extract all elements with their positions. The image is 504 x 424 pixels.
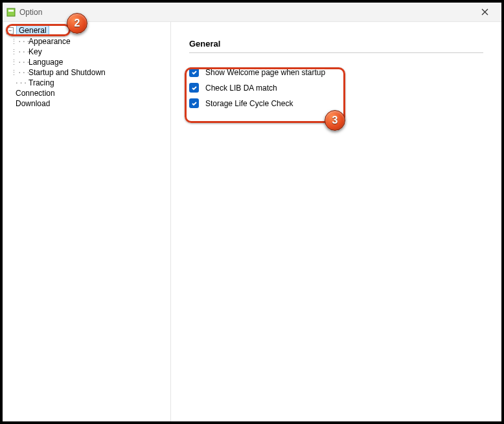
tree-label: Language	[29, 58, 63, 67]
tree-branch-icon: ⋮···	[10, 69, 29, 77]
tree-item-general[interactable]: − General	[5, 25, 168, 36]
close-icon	[481, 8, 488, 16]
option-check-libda[interactable]: Check LIB DA match	[189, 83, 483, 93]
collapse-icon[interactable]: −	[6, 27, 14, 34]
tree-branch-icon: ⋮···	[10, 58, 29, 67]
svg-rect-1	[8, 10, 14, 12]
option-storage-life[interactable]: Storage Life Cycle Check	[189, 98, 483, 108]
close-button[interactable]	[472, 3, 498, 21]
tree-label-general: General	[16, 25, 49, 36]
tree-branch-icon: ⋮···	[10, 38, 29, 46]
titlebar: Option	[3, 3, 501, 22]
option-show-welcome[interactable]: Show Welcome page when startup	[189, 67, 483, 77]
settings-panel: General Show Welcome page when startup C…	[171, 22, 501, 421]
tree-label: Key	[29, 47, 42, 56]
tree-branch-icon: ···	[10, 79, 29, 87]
tree-branch-icon: ⋮···	[10, 48, 29, 56]
tree-item-download[interactable]: Download	[5, 98, 168, 109]
tree-label: Tracing	[29, 78, 54, 87]
option-label: Show Welcome page when startup	[205, 68, 325, 77]
window-title: Option	[19, 8, 42, 17]
tree-item-connection[interactable]: Connection	[5, 88, 168, 98]
checkmark-icon	[191, 69, 198, 76]
tree-label: Download	[16, 99, 50, 108]
tree-item-tracing[interactable]: ··· Tracing	[5, 78, 168, 88]
tree-label: Startup and Shutdown	[29, 68, 106, 77]
nav-tree: − General ⋮··· Appearance ⋮··· Key ⋮··· …	[3, 22, 171, 421]
tree-item-language[interactable]: ⋮··· Language	[5, 57, 168, 67]
checkmark-icon	[191, 100, 198, 107]
checkbox[interactable]	[189, 67, 199, 77]
option-label: Storage Life Cycle Check	[205, 99, 293, 108]
tree-item-key[interactable]: ⋮··· Key	[5, 47, 168, 57]
svg-rect-0	[7, 8, 15, 16]
option-label: Check LIB DA match	[205, 84, 277, 93]
tree-item-startup[interactable]: ⋮··· Startup and Shutdown	[5, 67, 168, 78]
panel-heading: General	[189, 39, 483, 49]
tree-label: Appearance	[29, 37, 71, 46]
checkmark-icon	[191, 85, 198, 91]
tree-label: Connection	[16, 89, 55, 98]
app-icon	[6, 8, 16, 17]
tree-item-appearance[interactable]: ⋮··· Appearance	[5, 36, 168, 47]
checkbox[interactable]	[189, 98, 199, 108]
option-dialog: Option − General ⋮··· Appearance ⋮··· Ke…	[0, 0, 504, 424]
divider	[189, 52, 483, 53]
checkbox[interactable]	[189, 83, 199, 93]
